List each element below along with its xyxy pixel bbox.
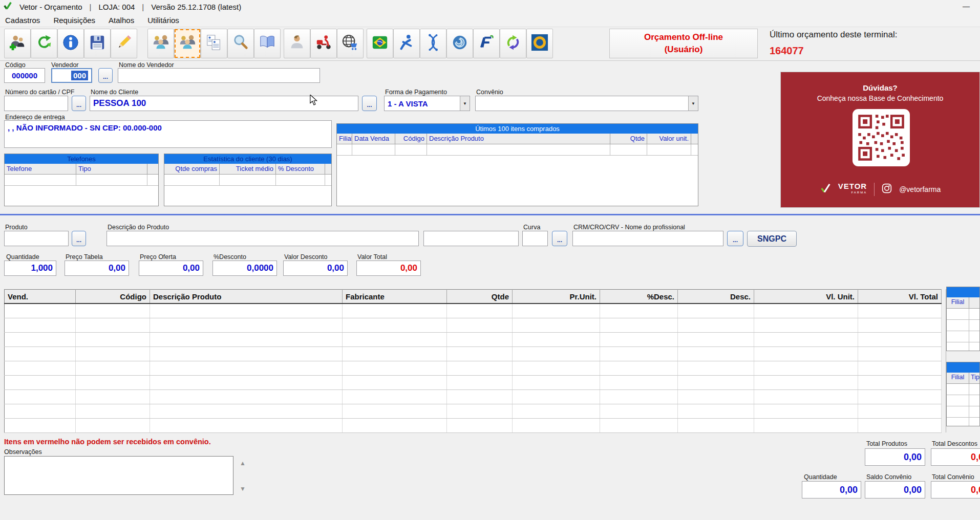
refresh-button[interactable] [31,29,57,58]
side2-col-tipo[interactable]: Tipo [969,373,979,383]
curva-field[interactable] [522,231,548,246]
grid-row[interactable] [5,333,942,347]
dna-button[interactable] [420,29,446,58]
curva-browse-button[interactable]: ... [552,231,567,246]
info-button[interactable] [57,29,84,58]
cartao-field[interactable] [4,96,68,111]
side2-col-filial[interactable]: Filial [947,373,969,383]
items-grid[interactable]: Vend. Código Descrição Produto Fabricant… [4,289,942,433]
grid-row[interactable] [5,419,942,433]
valor-desconto-field[interactable]: 0,00 [283,261,348,276]
grid-col-percdesc[interactable]: %Desc. [600,290,678,304]
clients-group-button[interactable] [147,29,174,58]
edit-button[interactable] [111,29,137,58]
grid-row[interactable] [5,376,942,390]
phones-col-tipo[interactable]: Tipo [76,164,147,174]
forma-pagamento-select[interactable]: 1 - A VISTA ▼ [384,96,470,111]
spiral-button[interactable] [446,29,473,58]
client-profile-button[interactable] [284,29,310,58]
vendedor-field[interactable]: 000 [51,68,92,83]
delivery-button[interactable] [310,29,337,58]
convenio-select[interactable]: ▼ [475,96,698,111]
menu-requisicoes[interactable]: Requisições [53,16,95,25]
refresh-icon [35,34,53,53]
grid-cell [447,404,513,419]
stats-col-desconto[interactable]: % Desconto [276,164,325,174]
phones-col-telefone[interactable]: Telefone [5,164,76,174]
grid-col-desc[interactable]: Desc. [678,290,754,304]
brand-divider [874,183,875,196]
last-items-empty-row[interactable] [337,144,698,156]
grid-col-descricao[interactable]: Descrição Produto [150,290,343,304]
vendedor-browse-button[interactable]: ... [98,68,113,83]
grid-scrollbar[interactable] [941,289,946,432]
minimize-button[interactable]: — [958,0,974,12]
brazil-flag-button[interactable] [367,29,393,58]
stats-empty-row[interactable] [164,175,331,186]
produto-field[interactable] [4,231,69,246]
forma-pagamento-dropdown-icon[interactable]: ▼ [460,96,470,111]
grid-row[interactable] [5,304,942,318]
grid-col-vend[interactable]: Vend. [5,290,76,304]
valor-total-field[interactable]: 0,00 [356,261,421,276]
quantidade-field[interactable]: 1,000 [4,261,56,276]
nome-vendedor-field[interactable] [118,68,320,83]
menu-atalhos[interactable]: Atalhos [109,16,134,25]
grid-row[interactable] [5,347,942,361]
vendedor-selected-text: 000 [71,71,88,80]
last-items-col-filial[interactable]: Filial [337,134,352,144]
descricao-produto-field[interactable] [106,231,419,246]
sngpc-button[interactable]: SNGPC [747,231,797,247]
codigo-field[interactable]: 000000 [4,68,45,83]
scroll-up-icon[interactable]: ▲ [239,460,247,467]
stats-col-ticket-medio[interactable]: Ticket médio [220,164,276,174]
sync-button[interactable] [500,29,526,58]
add-client-button[interactable] [4,29,31,58]
client-documents-button[interactable] [201,29,227,58]
clients-group-active-button[interactable] [174,29,201,58]
stats-col-qtde-compras[interactable]: Qtde compras [164,164,220,174]
grid-col-fabricante[interactable]: Fabricante [343,290,447,304]
crm-field[interactable] [572,231,723,246]
nome-cliente-field[interactable]: PESSOA 100 [90,96,358,111]
perc-desconto-field[interactable]: 0,0000 [212,261,277,276]
grid-cell [76,304,150,318]
save-button[interactable] [84,29,111,58]
menu-utilitarios[interactable]: Utilitários [147,16,179,25]
vetor-f-button[interactable] [473,29,500,58]
circle-ring-button[interactable] [526,29,553,58]
last-items-col-descricao[interactable]: Descrição Produto [427,134,610,144]
grid-cell [754,376,858,390]
scroll-down-icon[interactable]: ▼ [239,485,247,492]
observacoes-input[interactable] [4,456,233,495]
preco-oferta-field[interactable]: 0,00 [139,261,203,276]
phones-empty-row[interactable] [5,175,158,186]
produto-browse-button[interactable]: ... [72,231,86,246]
side1-col-filial[interactable]: Filial [947,297,969,308]
catalog-book-button[interactable] [254,29,281,58]
convenio-dropdown-icon[interactable]: ▼ [688,96,698,111]
produto-aux-field[interactable] [423,231,519,246]
grid-row[interactable] [5,390,942,404]
grid-col-vltotal[interactable]: Vl. Total [858,290,942,304]
last-items-col-valor-unit[interactable]: Valor unit. [647,134,691,144]
grid-row[interactable] [5,361,942,376]
search-button[interactable] [227,29,254,58]
menu-cadastros[interactable]: Cadastros [5,16,40,25]
preco-tabela-field[interactable]: 0,00 [65,261,129,276]
last-items-col-codigo[interactable]: Código [395,134,427,144]
last-items-col-qtde[interactable]: Qtde [610,134,647,144]
grid-col-codigo[interactable]: Código [76,290,150,304]
grid-col-qtde[interactable]: Qtde [447,290,513,304]
endereco-field[interactable]: , , NÃO INFORMADO - SN CEP: 00.000-000 [4,120,332,148]
grid-col-vlunit[interactable]: Vl. Unit. [754,290,858,304]
cartao-browse-button[interactable]: ... [72,96,86,111]
crm-browse-button[interactable]: ... [727,231,743,246]
last-items-col-data-venda[interactable]: Data Venda [352,134,395,144]
cliente-browse-button[interactable]: ... [362,96,377,111]
grid-row[interactable] [5,404,942,419]
fitness-button[interactable] [393,29,420,58]
online-store-button[interactable] [337,29,364,58]
grid-row[interactable] [5,318,942,333]
grid-col-prunit[interactable]: Pr.Unit. [513,290,600,304]
